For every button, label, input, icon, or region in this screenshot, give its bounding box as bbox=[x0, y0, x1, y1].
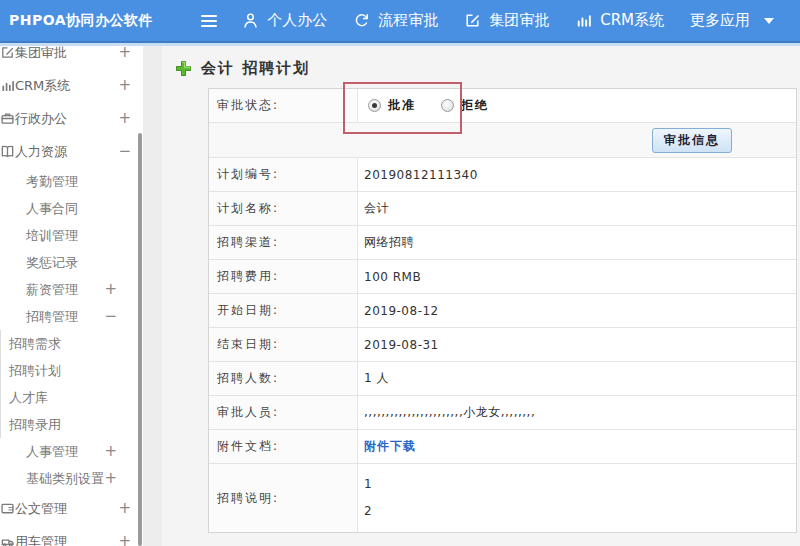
field-value: ,,,,,,,,,,,,,,,,,,,,,,,小龙女,,,,,,,, bbox=[358, 396, 796, 429]
field-value: 会计 bbox=[358, 192, 796, 225]
caret-down-icon bbox=[764, 18, 774, 24]
sidebar-item-label: 基础类别设置 bbox=[26, 470, 104, 488]
document-icon bbox=[0, 501, 15, 516]
sidebar-submenu: 招聘需求招聘计划人才库招聘录用 bbox=[0, 330, 143, 438]
table-row-recruit-channel: 招聘渠道:网络招聘 bbox=[209, 226, 796, 260]
car-icon bbox=[0, 534, 15, 546]
table-row-recruit-note: 招聘说明:1 2 bbox=[209, 464, 796, 532]
sidebar-item-crm-system[interactable]: CRM系统+ bbox=[0, 69, 143, 102]
briefcase-icon bbox=[0, 111, 15, 126]
status-radio-group: 批准 拒绝 bbox=[358, 89, 796, 122]
nav-item-process-approval[interactable]: 流程审批 bbox=[353, 11, 438, 30]
expand-icon[interactable]: + bbox=[118, 111, 131, 126]
top-nav: 个人办公流程审批集团审批CRM系统更多应用 bbox=[242, 11, 800, 30]
sidebar-item-label: 招聘需求 bbox=[9, 335, 61, 353]
sidebar-item-salary[interactable]: 薪资管理+ bbox=[0, 276, 143, 303]
nav-item-label: 集团审批 bbox=[489, 11, 549, 30]
sidebar-item-label: 考勤管理 bbox=[26, 173, 78, 191]
person-icon bbox=[242, 12, 259, 29]
add-icon[interactable] bbox=[175, 60, 192, 77]
table-row-status: 审批状态: 批准 拒绝 bbox=[209, 89, 796, 123]
nav-item-label: 流程审批 bbox=[378, 11, 438, 30]
nav-item-personal-office[interactable]: 个人办公 bbox=[242, 11, 327, 30]
sidebar-scrollbar[interactable] bbox=[138, 133, 142, 546]
field-label: 招聘人数: bbox=[209, 362, 358, 395]
nav-item-label: 个人办公 bbox=[267, 11, 327, 30]
sidebar-item-label: 招聘计划 bbox=[9, 362, 61, 380]
sidebar-content-divider bbox=[143, 46, 162, 546]
nav-item-more-apps[interactable]: 更多应用 bbox=[690, 11, 774, 30]
table-row-end-date: 结束日期:2019-08-31 bbox=[209, 328, 796, 362]
sidebar-item-group-approval[interactable]: 集团审批+ bbox=[0, 46, 143, 69]
bar-chart-icon bbox=[575, 12, 592, 29]
field-value: 1 2 bbox=[358, 464, 796, 532]
radio-reject[interactable] bbox=[441, 99, 454, 112]
expand-icon[interactable]: + bbox=[104, 282, 117, 297]
field-label: 计划名称: bbox=[209, 192, 358, 225]
edit-square-icon bbox=[0, 46, 15, 60]
sidebar-item-talent-pool[interactable]: 人才库 bbox=[1, 384, 143, 411]
topbar: PHPOA协同办公软件 个人办公流程审批集团审批CRM系统更多应用 bbox=[0, 0, 800, 41]
expand-icon[interactable]: + bbox=[104, 471, 117, 486]
page-title: 会计 招聘计划 bbox=[201, 59, 310, 78]
sidebar-item-attendance[interactable]: 考勤管理 bbox=[0, 168, 143, 195]
approval-info-button[interactable]: 审批信息 bbox=[652, 128, 732, 153]
collapse-icon[interactable]: − bbox=[118, 144, 131, 159]
field-value: 20190812111340 bbox=[358, 158, 796, 191]
table-row-plan-no: 计划编号:20190812111340 bbox=[209, 158, 796, 192]
sidebar-item-human-resources[interactable]: 人力资源− bbox=[0, 135, 143, 168]
field-value: 2019-08-12 bbox=[358, 294, 796, 327]
sidebar-item-base-category[interactable]: 基础类别设置+ bbox=[0, 465, 143, 492]
field-label: 结束日期: bbox=[209, 328, 358, 361]
sidebar-item-training[interactable]: 培训管理 bbox=[0, 222, 143, 249]
field-label: 招聘渠道: bbox=[209, 226, 358, 259]
collapse-icon[interactable]: − bbox=[104, 309, 117, 324]
app-window: PHPOA协同办公软件 个人办公流程审批集团审批CRM系统更多应用 集团审批+C… bbox=[0, 0, 800, 546]
sidebar-item-label: 薪资管理 bbox=[26, 281, 78, 299]
field-label: 审批状态: bbox=[209, 89, 358, 122]
sidebar-item-admin-office[interactable]: 行政办公+ bbox=[0, 102, 143, 135]
expand-icon[interactable]: + bbox=[118, 534, 131, 546]
sidebar-item-label: 人事合同 bbox=[26, 200, 78, 218]
sidebar-item-label: 招聘管理 bbox=[26, 308, 78, 326]
detail-table: 审批状态: 批准 拒绝 审批信息 计划编号:20190812111340计划名称… bbox=[208, 88, 797, 533]
main-content: 会计 招聘计划 审批状态: 批准 拒绝 审批信息 计划编号:2019081211… bbox=[162, 46, 800, 546]
sidebar-item-recruit-hire[interactable]: 招聘录用 bbox=[1, 411, 143, 438]
sidebar-item-vehicle-mgmt[interactable]: 用车管理+ bbox=[0, 525, 143, 546]
table-row-plan-name: 计划名称:会计 bbox=[209, 192, 796, 226]
sidebar-item-document-mgmt[interactable]: 公文管理+ bbox=[0, 492, 143, 525]
expand-icon[interactable]: + bbox=[118, 46, 131, 60]
nav-item-crm-system[interactable]: CRM系统 bbox=[575, 11, 664, 30]
book-icon bbox=[0, 144, 15, 159]
table-row-approvers: 审批人员:,,,,,,,,,,,,,,,,,,,,,,,小龙女,,,,,,,, bbox=[209, 396, 796, 430]
table-row-actions: 审批信息 bbox=[209, 123, 796, 158]
bar-chart-icon bbox=[0, 78, 15, 93]
table-row-recruit-cost: 招聘费用:100 RMB bbox=[209, 260, 796, 294]
app-logo: PHPOA协同办公软件 bbox=[0, 12, 193, 30]
sidebar-submenu: 考勤管理人事合同培训管理奖惩记录薪资管理+招聘管理−招聘需求招聘计划人才库招聘录… bbox=[0, 168, 143, 492]
field-value: 附件下载 bbox=[358, 430, 796, 463]
field-label: 招聘说明: bbox=[209, 464, 358, 532]
radio-approve-label[interactable]: 批准 bbox=[388, 97, 416, 114]
sidebar-item-recruit-plan[interactable]: 招聘计划 bbox=[1, 357, 143, 384]
sidebar-item-reward-punish[interactable]: 奖惩记录 bbox=[0, 249, 143, 276]
sidebar-item-label: 人事管理 bbox=[26, 443, 78, 461]
expand-icon[interactable]: + bbox=[118, 78, 131, 93]
radio-approve[interactable] bbox=[368, 99, 381, 112]
sidebar-item-hr-contract[interactable]: 人事合同 bbox=[0, 195, 143, 222]
sidebar-item-personnel[interactable]: 人事管理+ bbox=[0, 438, 143, 465]
expand-icon[interactable]: + bbox=[104, 444, 117, 459]
field-label: 审批人员: bbox=[209, 396, 358, 429]
sidebar-item-recruit[interactable]: 招聘管理− bbox=[0, 303, 143, 330]
hamburger-icon[interactable] bbox=[201, 11, 221, 31]
nav-item-group-approval[interactable]: 集团审批 bbox=[464, 11, 549, 30]
page-header: 会计 招聘计划 bbox=[162, 46, 800, 81]
sidebar-item-label: 人才库 bbox=[9, 389, 48, 407]
field-label: 开始日期: bbox=[209, 294, 358, 327]
attachment-download-link[interactable]: 附件下载 bbox=[364, 438, 416, 455]
expand-icon[interactable]: + bbox=[118, 501, 131, 516]
field-value: 2019-08-31 bbox=[358, 328, 796, 361]
sidebar-item-recruit-demand[interactable]: 招聘需求 bbox=[1, 330, 143, 357]
process-icon bbox=[353, 12, 370, 29]
radio-reject-label[interactable]: 拒绝 bbox=[461, 97, 489, 114]
